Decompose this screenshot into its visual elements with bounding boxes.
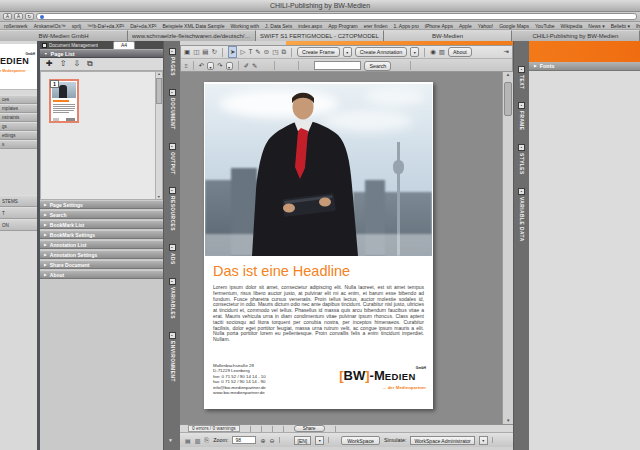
eyedropper-icon[interactable]: ✐: [244, 61, 249, 71]
select-tool-icon[interactable]: ➤: [228, 46, 237, 58]
pen-tool-icon[interactable]: ✎: [255, 47, 260, 57]
scroll-down-icon[interactable]: ▼: [157, 195, 161, 199]
reload-icon[interactable]: ↻: [25, 13, 34, 20]
page-list-scrollbar[interactable]: ▲ ▼: [155, 72, 162, 199]
scroll-up-icon[interactable]: ▲: [506, 72, 510, 77]
document-management-tab[interactable]: Document Management: [49, 43, 98, 48]
text-tool-icon[interactable]: T: [248, 47, 252, 57]
text-larger-button[interactable]: A: [14, 13, 23, 20]
url-input[interactable]: [36, 13, 637, 20]
collapsed-panel-header[interactable]: ▶ Annotation List: [40, 240, 163, 249]
bookmark-item[interactable]: erer finden: [364, 23, 388, 29]
open-icon[interactable]: ◫: [193, 47, 199, 57]
left-vertical-tab[interactable]: ▪ RESOURCES: [164, 184, 180, 234]
browser-tab[interactable]: CHILI-Publishing by BW-Medien: [512, 30, 640, 41]
zoom-tool-icon[interactable]: ⊙: [264, 47, 269, 57]
search-input[interactable]: [314, 61, 361, 70]
spread-view-icon[interactable]: ⧉: [281, 47, 286, 57]
save-icon[interactable]: ▣: [184, 47, 190, 57]
canvas-scrollbar[interactable]: ▲ ▼: [502, 72, 513, 424]
undo-icon[interactable]: ↶: [199, 61, 204, 71]
left-vertical-tab[interactable]: ▪ OUTPUT: [164, 140, 180, 178]
bookmark-item[interactable]: index.aspx: [298, 23, 322, 29]
site-menu-item[interactable]: mplates: [0, 104, 37, 113]
site-menu-item[interactable]: ces: [0, 95, 37, 104]
scroll-down-icon[interactable]: ▼: [506, 418, 510, 423]
redo-dropdown-icon[interactable]: ▾: [226, 62, 233, 70]
bookmark-item[interactable]: Da²+da.XP²: [130, 23, 156, 29]
create-annotation-button[interactable]: Create Annotation: [355, 47, 407, 57]
bookmark-item[interactable]: Apple: [459, 23, 472, 29]
bookmark-item[interactable]: Ihre Ergebn: [636, 23, 640, 29]
bookmark-item[interactable]: J. Data Sets: [265, 23, 292, 29]
site-menu-item[interactable]: STEMS: [0, 195, 37, 207]
import-icon[interactable]: ▤: [202, 47, 208, 57]
search-button[interactable]: Search: [364, 61, 391, 71]
businessman-photo[interactable]: [205, 84, 432, 256]
bookmark-item[interactable]: roßenwerk: [4, 23, 28, 29]
bookmark-item[interactable]: Google Maps: [499, 23, 529, 29]
language-dropdown-icon[interactable]: ▾: [315, 436, 324, 445]
right-vertical-tab[interactable]: ▪ VARIABLE DATA: [514, 185, 529, 245]
page-address-block[interactable]: Mollenbachstraße 28D-71229 Leonbergfon: …: [213, 363, 266, 395]
browser-tab[interactable]: BW-Medien: [384, 30, 512, 41]
preflight-icon[interactable]: ◉: [430, 47, 436, 57]
redo-icon[interactable]: ↷: [217, 61, 222, 71]
about-button[interactable]: About: [448, 47, 472, 57]
bookmark-item[interactable]: Working with: [230, 23, 259, 29]
canvas-scrollbar-thumb[interactable]: [504, 82, 512, 116]
left-vertical-tab[interactable]: ▪ ENVIRONMENT: [164, 329, 180, 385]
undo-dropdown-icon[interactable]: ▾: [207, 62, 214, 70]
right-vertical-tab[interactable]: ▪ TEXT: [514, 63, 529, 92]
page-view-icon[interactable]: ▤: [185, 437, 191, 444]
site-menu-item[interactable]: s: [0, 140, 37, 149]
browser-tab[interactable]: BW-Medien GmbH: [0, 30, 128, 41]
document-page[interactable]: Das ist eine Headline Lorem ipsum dolor …: [204, 82, 433, 409]
page-body-text[interactable]: Lorem ipsum dolor sit amet, consectetur …: [213, 285, 424, 343]
doc-view-icon[interactable]: ▥: [195, 437, 201, 444]
site-menu-item[interactable]: nstraints: [0, 113, 37, 122]
create-frame-button[interactable]: Create Frame: [297, 47, 340, 57]
annotation-pen-icon[interactable]: ✎: [252, 61, 257, 71]
create-frame-dropdown-icon[interactable]: ▾: [343, 47, 352, 57]
bookmark-item[interactable]: App Program: [328, 23, 357, 29]
copy-view-icon[interactable]: ⎘: [204, 437, 209, 444]
zoom-input[interactable]: [232, 436, 256, 444]
bookmark-item[interactable]: Beliebt ▾: [611, 23, 630, 29]
right-vertical-tab[interactable]: ▪ STYLES: [514, 141, 529, 178]
browser-tab[interactable]: SWIFT S1 FERTIGMODEL - C2TOPMODEL: [256, 30, 384, 41]
collapsed-panel-header[interactable]: ▶ BookMark List: [40, 220, 163, 229]
workspace-button[interactable]: WorkSpace: [341, 436, 380, 445]
direct-select-tool-icon[interactable]: ▷: [240, 47, 245, 57]
zoom-in-icon[interactable]: ⊕: [260, 437, 265, 444]
book-icon[interactable]: ▥: [439, 47, 445, 57]
share-button[interactable]: Share: [294, 425, 325, 432]
language-select[interactable]: [EN]: [294, 436, 312, 445]
left-vertical-tab[interactable]: ▪ DOCUMENT: [164, 86, 180, 133]
site-menu-item[interactable]: ON: [0, 219, 37, 231]
move-page-down-icon[interactable]: ⇩: [73, 59, 80, 69]
fonts-panel-header[interactable]: ▶ Fonts: [529, 62, 640, 71]
bookmark-item[interactable]: Yahoo!: [478, 23, 493, 29]
duplicate-page-icon[interactable]: ⧉: [87, 59, 93, 69]
bookmark-item[interactable]: iPhone Apps: [425, 23, 453, 29]
left-vertical-tab[interactable]: ▪ PAGES: [164, 45, 180, 79]
collapsed-panel-header[interactable]: ▶ Annotation Settings: [40, 250, 163, 259]
strip-bottom-arrow-icon[interactable]: ▼: [168, 437, 173, 443]
bw-medien-logo[interactable]: [BW]-MEDIENGmbH ... der Medienpartner: [326, 366, 426, 390]
bookmark-item[interactable]: Beispiele XML Data Sample: [162, 23, 224, 29]
zoom-out-icon[interactable]: ⊖: [269, 437, 274, 444]
right-vertical-tab[interactable]: ▪ FRAME: [514, 99, 529, 134]
site-menu-item[interactable]: T: [0, 207, 37, 219]
fit-page-icon[interactable]: ◳: [272, 47, 278, 57]
collapsed-panel-header[interactable]: ▶ Share Document: [40, 260, 163, 269]
page-list-header[interactable]: ▼ Page List: [40, 49, 163, 58]
bookmark-item[interactable]: ArskamelOs™: [34, 23, 66, 29]
collapsed-panel-header[interactable]: ▶ Search: [40, 210, 163, 219]
left-vertical-tab[interactable]: ▪ VARIABLES: [164, 275, 180, 322]
document-canvas[interactable]: Das ist eine Headline Lorem ipsum dolor …: [180, 72, 513, 424]
bookmark-item[interactable]: YouTube: [535, 23, 555, 29]
collapsed-panel-header[interactable]: ▶ About: [40, 270, 163, 279]
page-headline[interactable]: Das ist eine Headline: [213, 263, 350, 279]
format-tab-a4[interactable]: A4: [113, 41, 135, 49]
